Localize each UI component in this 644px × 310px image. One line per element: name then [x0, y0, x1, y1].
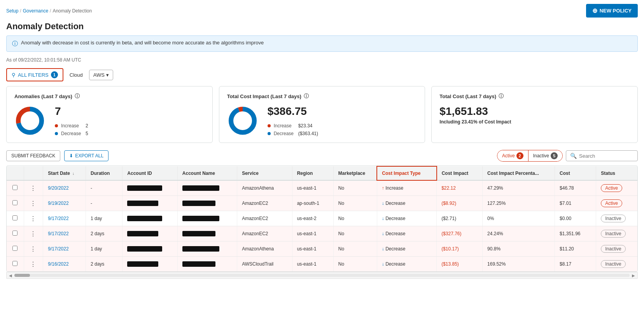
th-marketplace[interactable]: Marketplace: [333, 166, 377, 180]
checkbox-input[interactable]: [12, 200, 18, 205]
cost-impact-info-icon[interactable]: ⓘ: [304, 93, 309, 100]
row-menu[interactable]: ⋮: [24, 180, 43, 196]
row-account-id: [122, 241, 178, 257]
active-toggle[interactable]: Active 2: [497, 150, 528, 161]
th-status[interactable]: Status: [596, 166, 637, 180]
row-status: Inactive: [596, 226, 637, 241]
anomalies-total: 7: [55, 105, 88, 118]
anomalies-increase-row: Increase 2: [55, 123, 88, 129]
scroll-right-arrow[interactable]: ▶: [630, 272, 637, 278]
total-cost-info-icon[interactable]: ⓘ: [499, 93, 504, 100]
checkbox-input[interactable]: [12, 231, 18, 236]
submit-feedback-button[interactable]: SUBMIT FEEDBACK: [6, 150, 60, 161]
th-cost-impact[interactable]: Cost Impact: [437, 166, 483, 180]
all-filters-button[interactable]: ⚲ ALL FILTERS 1: [6, 68, 63, 81]
search-box[interactable]: 🔍: [566, 150, 638, 161]
row-account-name: [177, 257, 237, 272]
scroll-left-arrow[interactable]: ◀: [7, 272, 14, 278]
row-menu[interactable]: ⋮: [24, 196, 43, 211]
row-account-name: [177, 196, 237, 211]
checkbox-input[interactable]: [12, 185, 18, 190]
anomalies-decrease-row: Decrease 5: [55, 131, 88, 136]
row-cost: $7.01: [555, 196, 596, 211]
cost-impact-increase-row: Increase $23.34: [268, 123, 318, 129]
bottom-scrollbar[interactable]: ◀ ▶: [6, 272, 638, 279]
filter-badge: 1: [51, 71, 58, 78]
start-date-link[interactable]: 9/20/2022: [48, 185, 68, 191]
impact-arrow-icon: ↑: [382, 185, 384, 191]
breadcrumb-governance[interactable]: Governance: [23, 8, 48, 14]
row-menu[interactable]: ⋮: [24, 257, 43, 272]
th-service[interactable]: Service: [237, 166, 292, 180]
status-toggle[interactable]: Active 2 Inactive 5: [497, 150, 563, 162]
checkbox-input[interactable]: [12, 261, 18, 266]
row-cost: $0.00: [555, 211, 596, 226]
search-icon: 🔍: [570, 153, 577, 159]
anomalies-card: Anomalies (Last 7 days) ⓘ 7: [6, 86, 213, 143]
timestamp: As of 09/22/2022, 10:01:58 AM UTC: [0, 56, 644, 67]
row-service: AmazonAthena: [237, 241, 292, 257]
filter-icon: ⚲: [12, 72, 16, 78]
row-checkbox[interactable]: [7, 226, 24, 241]
row-checkbox[interactable]: [7, 257, 24, 272]
th-cost-impact-pct[interactable]: Cost Impact Percenta...: [483, 166, 555, 180]
row-status: Active: [596, 196, 637, 211]
three-dots-icon[interactable]: ⋮: [30, 231, 37, 237]
three-dots-icon[interactable]: ⋮: [30, 246, 37, 252]
status-badge: Inactive: [601, 245, 625, 253]
th-account-id[interactable]: Account ID: [122, 166, 178, 180]
cost-impact-decrease-row: Decrease ($363.41): [268, 131, 318, 136]
new-policy-button[interactable]: ⊕ NEW POLICY: [586, 4, 638, 18]
anomalies-info-icon[interactable]: ⓘ: [75, 93, 80, 100]
th-duration[interactable]: Duration: [86, 166, 122, 180]
row-cost: $46.78: [555, 180, 596, 196]
row-menu[interactable]: ⋮: [24, 226, 43, 241]
checkbox-input[interactable]: [12, 246, 18, 251]
row-region: us-east-1: [292, 241, 333, 257]
three-dots-icon[interactable]: ⋮: [30, 185, 37, 192]
three-dots-icon[interactable]: ⋮: [30, 200, 37, 207]
row-duration: 2 days: [86, 257, 122, 272]
page-title: Anomaly Detection: [0, 20, 644, 35]
row-status: Inactive: [596, 211, 637, 226]
cost-impact-donut: [227, 105, 258, 136]
start-date-link[interactable]: 9/17/2022: [48, 231, 68, 236]
ci-decrease-dot: [268, 132, 271, 135]
start-date-link[interactable]: 9/19/2022: [48, 201, 68, 206]
th-cost-impact-type[interactable]: Cost Impact Type: [377, 166, 436, 180]
export-all-button[interactable]: ⬇ EXPORT ALL: [64, 150, 108, 161]
row-checkbox[interactable]: [7, 180, 24, 196]
row-menu[interactable]: ⋮: [24, 211, 43, 226]
status-badge: Inactive: [601, 215, 625, 222]
start-date-link[interactable]: 9/17/2022: [48, 216, 68, 221]
row-cost-impact-type: ↓ Decrease: [377, 241, 436, 257]
row-service: AmazonEC2: [237, 196, 292, 211]
search-input[interactable]: [579, 153, 634, 159]
th-account-name[interactable]: Account Name: [177, 166, 237, 180]
row-checkbox[interactable]: [7, 211, 24, 226]
checkbox-input[interactable]: [12, 215, 18, 220]
three-dots-icon[interactable]: ⋮: [30, 215, 37, 222]
top-bar: Setup / Governance / Anomaly Detection ⊕…: [0, 0, 644, 20]
three-dots-icon[interactable]: ⋮: [30, 261, 37, 268]
row-checkbox[interactable]: [7, 241, 24, 257]
row-cost: $11.20: [555, 241, 596, 257]
row-account-id: [122, 211, 178, 226]
row-cost-impact-type: ↓ Decrease: [377, 226, 436, 241]
total-cost-card: Total Cost (Last 7 days) ⓘ $1,651.83 Inc…: [431, 86, 638, 143]
cloud-dropdown[interactable]: AWS ▾: [89, 70, 113, 80]
impact-arrow-icon: ↓: [382, 231, 384, 236]
th-cost[interactable]: Cost: [555, 166, 596, 180]
th-region[interactable]: Region: [292, 166, 333, 180]
breadcrumb-setup[interactable]: Setup: [6, 8, 18, 14]
svg-point-4: [231, 109, 254, 132]
th-start-date[interactable]: Start Date ↓: [43, 166, 86, 180]
row-checkbox[interactable]: [7, 196, 24, 211]
row-menu[interactable]: ⋮: [24, 241, 43, 257]
inactive-toggle[interactable]: Inactive 5: [528, 150, 562, 161]
start-date-link[interactable]: 9/17/2022: [48, 246, 68, 252]
start-date-link[interactable]: 9/16/2022: [48, 261, 68, 267]
scroll-track[interactable]: [14, 274, 630, 277]
row-cost-impact: ($13.85): [437, 257, 483, 272]
scroll-thumb[interactable]: [14, 274, 30, 277]
